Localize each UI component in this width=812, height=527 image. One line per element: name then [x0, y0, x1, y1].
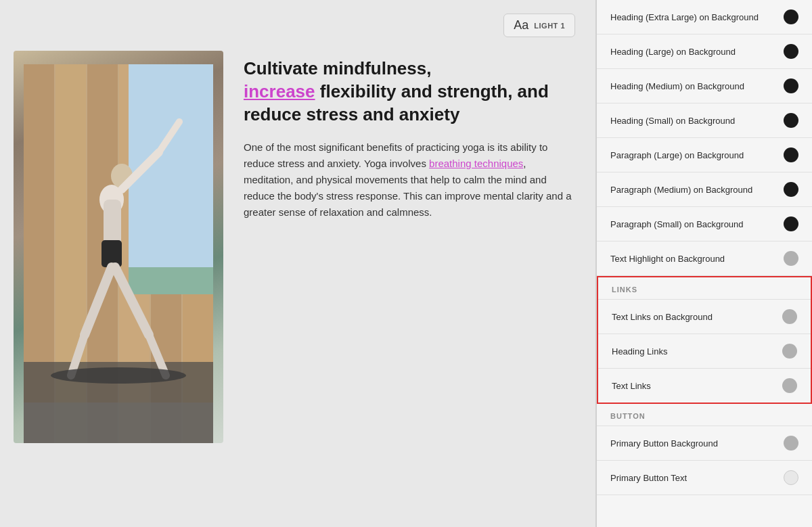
panel-row-heading-medium: Heading (Medium) on Background	[597, 69, 812, 104]
heading-text-1: Cultivate mindfulness,	[244, 58, 431, 78]
row-label: Text Links	[612, 381, 651, 391]
heading-link[interactable]: increase	[244, 81, 315, 101]
row-label: Heading (Large) on Background	[610, 47, 736, 57]
panel-row-text-links: Text Links	[598, 369, 811, 403]
text-content: Cultivate mindfulness, increase flexibil…	[244, 51, 575, 513]
row-label: Primary Button Text	[610, 473, 687, 483]
color-swatch[interactable]	[784, 147, 798, 162]
para-link[interactable]: breathing techniques	[429, 158, 523, 169]
color-swatch[interactable]	[782, 378, 797, 393]
theme-badge[interactable]: Aa LIGHT 1	[503, 14, 575, 37]
color-swatch[interactable]	[784, 78, 798, 93]
svg-rect-8	[129, 267, 213, 294]
color-swatch[interactable]	[784, 9, 798, 24]
content-row: Cultivate mindfulness, increase flexibil…	[14, 51, 575, 513]
aa-label: Aa	[514, 18, 528, 32]
row-label: Paragraph (Large) on Background	[610, 150, 744, 160]
button-section-header: BUTTON	[597, 404, 812, 426]
panel-row-heading-large: Heading (Large) on Background	[597, 35, 812, 69]
svg-point-21	[51, 367, 186, 384]
panel-row-para-small: Paragraph (Small) on Background	[597, 207, 812, 242]
main-container: Aa LIGHT 1	[0, 0, 812, 527]
yoga-figure-svg	[24, 64, 213, 443]
links-section-header: LINKS	[598, 277, 811, 300]
color-swatch[interactable]	[784, 436, 798, 451]
row-label: Heading (Small) on Background	[610, 116, 735, 126]
panel-row-heading-xl: Heading (Extra Large) on Background	[597, 0, 812, 35]
yoga-image	[14, 51, 223, 443]
right-panel: Heading (Extra Large) on Background Head…	[595, 0, 812, 527]
panel-row-para-large: Paragraph (Large) on Background	[597, 138, 812, 173]
row-label: Heading Links	[612, 346, 667, 357]
color-swatch[interactable]	[784, 113, 798, 128]
button-section: BUTTON Primary Button Background Primary…	[597, 404, 812, 495]
main-paragraph: One of the most significant benefits of …	[244, 139, 575, 221]
svg-rect-15	[104, 200, 121, 247]
color-swatch[interactable]	[784, 470, 798, 485]
row-label: Paragraph (Medium) on Background	[610, 185, 752, 195]
row-label: Paragraph (Small) on Background	[610, 219, 744, 229]
color-swatch[interactable]	[782, 309, 797, 324]
color-swatch[interactable]	[784, 44, 798, 59]
row-label: Heading (Extra Large) on Background	[610, 12, 759, 22]
svg-rect-10	[24, 403, 213, 443]
color-swatch[interactable]	[784, 251, 798, 266]
top-bar: Aa LIGHT 1	[14, 14, 575, 37]
typography-section: Heading (Extra Large) on Background Head…	[597, 0, 812, 276]
row-label: Text Highlight on Background	[610, 254, 725, 264]
svg-rect-7	[129, 64, 213, 294]
row-label: Primary Button Background	[610, 438, 718, 449]
panel-row-heading-small: Heading (Small) on Background	[597, 104, 812, 138]
panel-row-primary-text: Primary Button Text	[597, 461, 812, 495]
main-heading: Cultivate mindfulness, increase flexibil…	[244, 58, 575, 126]
panel-row-primary-bg: Primary Button Background	[597, 426, 812, 461]
content-area: Aa LIGHT 1	[0, 0, 595, 527]
panel-row-text-links-bg: Text Links on Background	[598, 300, 811, 334]
panel-row-para-medium: Paragraph (Medium) on Background	[597, 173, 812, 207]
theme-label: LIGHT 1	[534, 22, 565, 30]
color-swatch[interactable]	[784, 216, 798, 231]
color-swatch[interactable]	[782, 344, 797, 359]
row-label: Text Links on Background	[612, 312, 713, 322]
links-section: LINKS Text Links on Background Heading L…	[597, 276, 812, 404]
color-swatch[interactable]	[784, 182, 798, 197]
panel-row-heading-links: Heading Links	[598, 334, 811, 369]
row-label: Heading (Medium) on Background	[610, 81, 744, 91]
panel-row-text-highlight: Text Highlight on Background	[597, 242, 812, 276]
